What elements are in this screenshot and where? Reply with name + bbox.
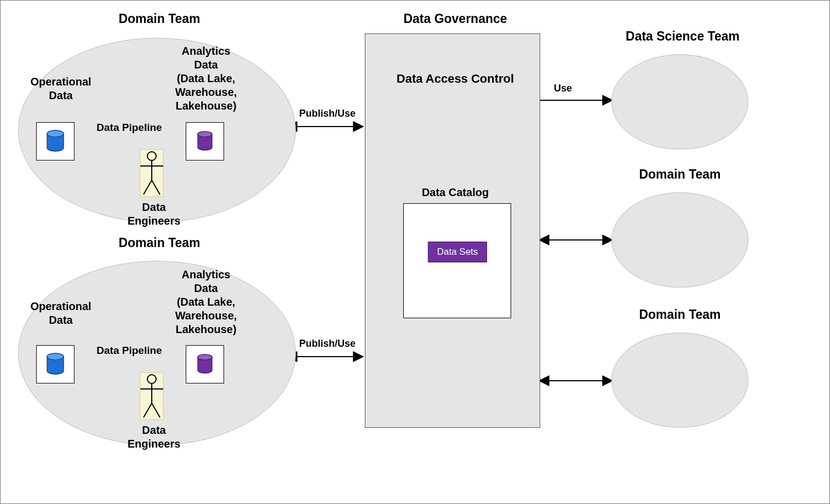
svg-point-8 — [47, 130, 64, 137]
svg-point-20 — [198, 354, 212, 360]
data-engineer-figure-1 — [134, 148, 170, 198]
analytics-data-label-1: Analytics Data (Data Lake, Warehouse, La… — [159, 44, 253, 113]
operational-cylinder-icon — [46, 353, 65, 376]
operational-data-label-1: Operational Data — [22, 75, 99, 102]
data-governance-title: Data Governance — [384, 12, 526, 26]
analytics-cylinder-icon — [197, 131, 213, 152]
data-pipeline-label-2: Data Pipeline — [85, 344, 173, 358]
publish-use-label-2: Publish/Use — [299, 338, 356, 350]
domain-team-2-title: Domain Team — [83, 236, 236, 250]
right-domain-team-3-title: Domain Team — [620, 307, 740, 322]
data-science-team-title: Data Science Team — [611, 29, 754, 44]
data-sets-box: Data Sets — [428, 242, 487, 262]
operational-data-label-2: Operational Data — [22, 300, 99, 327]
analytics-cylinder-icon — [197, 354, 213, 375]
domain-team-1-title: Domain Team — [83, 12, 236, 26]
use-label: Use — [554, 83, 572, 94]
analytics-data-label-2: Analytics Data (Data Lake, Warehouse, La… — [159, 268, 253, 336]
data-engineers-label-1: Data Engineers — [110, 201, 198, 228]
data-access-control-label: Data Access Control — [384, 72, 526, 86]
data-engineer-figure-2 — [134, 371, 170, 421]
data-catalog-label: Data Catalog — [406, 186, 505, 199]
publish-use-label-1: Publish/Use — [299, 108, 356, 119]
data-pipeline-label-1: Data Pipeline — [85, 121, 173, 135]
operational-db-2 — [36, 345, 75, 383]
data-engineers-label-2: Data Engineers — [110, 423, 198, 451]
operational-db-1 — [36, 122, 75, 161]
analytics-db-1 — [186, 122, 224, 161]
right-domain-team-2-title: Domain Team — [620, 167, 740, 182]
operational-cylinder-icon — [46, 130, 65, 153]
right-domain-team-2-ellipse — [611, 192, 748, 288]
data-science-team-ellipse — [611, 54, 748, 150]
svg-point-18 — [47, 353, 64, 360]
diagram-canvas: Domain Team Operational Data Analytics D… — [0, 0, 830, 504]
analytics-db-2 — [186, 345, 224, 383]
svg-point-10 — [198, 131, 212, 137]
right-domain-team-3-ellipse — [611, 333, 748, 428]
